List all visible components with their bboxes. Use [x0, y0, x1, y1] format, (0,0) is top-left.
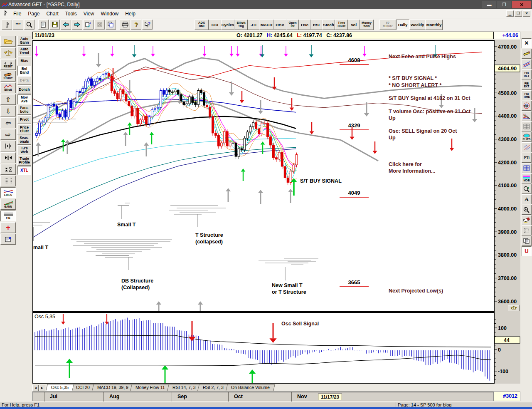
end-date-box[interactable]: 11/17/23 — [318, 394, 342, 400]
study-tool-bol-band[interactable]: BolBand — [17, 66, 31, 76]
print-icon[interactable] — [120, 20, 130, 30]
pti-icon[interactable]: PTI — [522, 153, 532, 163]
tab-on-balance-volume[interactable]: On Balance Volume — [226, 384, 275, 391]
nav-back-icon[interactable] — [61, 20, 71, 30]
menu-help[interactable]: Help — [122, 10, 139, 17]
toolbar-button-monthly[interactable]: Monthly — [425, 20, 443, 30]
study-tool-xtl[interactable]: XTL — [17, 166, 31, 175]
price-axis[interactable]: 3600.003700.003800.003900.004000.004100.… — [495, 40, 520, 312]
tab-scroll-left[interactable]: ◄ — [32, 385, 39, 391]
toolbar-button-vol[interactable]: Vol — [348, 20, 360, 30]
crosshair-icon[interactable]: + — [0, 222, 16, 233]
magnet-icon[interactable]: U — [522, 246, 532, 256]
fib-circle-icon[interactable]: FIB — [522, 101, 532, 111]
study-tool-trade-profile[interactable]: TradeProfile — [17, 156, 31, 166]
delete-page-icon[interactable] — [94, 20, 105, 30]
expand-horizontal-icon[interactable] — [0, 152, 16, 163]
study-tool-mov-ave[interactable]: MovAve — [17, 94, 31, 104]
zoom-data-icon[interactable]: 1 — [522, 184, 532, 194]
tab-rsi-2-7-3[interactable]: RSI 2, 7, 3 — [197, 384, 229, 391]
toolbar-button-60-minute[interactable]: 60Minute — [379, 20, 396, 30]
toolbar-button-time-clust[interactable]: TimeClust — [335, 20, 348, 30]
page-flip-icon[interactable] — [83, 20, 94, 30]
fib-retracement-icon[interactable]: FIBRET — [522, 69, 532, 79]
pencil-icon[interactable] — [522, 49, 532, 59]
study-tool-price-clust[interactable]: PriceClust — [17, 124, 31, 134]
notes-icon[interactable] — [0, 234, 16, 245]
toolbar-button-jti[interactable]: JTI — [248, 20, 259, 30]
study-tool-auto-trend[interactable]: AutoTrend — [17, 46, 31, 56]
ellipse-icon[interactable]: ELiPS — [522, 132, 532, 142]
arrow-down-icon[interactable]: ⇩ — [0, 106, 16, 117]
mdi-close-button[interactable]: ✕ — [523, 10, 530, 17]
main-chart-svg[interactable]: 4608432940493665Next Echo and Pulse High… — [33, 41, 494, 311]
mob-icon[interactable]: MOB — [522, 174, 532, 183]
text-tool-icon[interactable]: A — [522, 194, 532, 204]
expand-view-icon[interactable] — [522, 226, 532, 235]
minimize-button[interactable]: ▬ — [482, 1, 496, 8]
menu-view[interactable]: View — [80, 10, 98, 17]
toolbar-button-macd[interactable]: MACD — [259, 20, 273, 30]
tab-rsi-14-7-3[interactable]: RSI 14, 7, 3 — [167, 384, 201, 391]
toolbar-button-cycles[interactable]: Cycles — [221, 20, 234, 30]
fib-icon[interactable]: FIB — [0, 211, 16, 221]
toolbar-button-money-flow[interactable]: Moneyflow — [360, 20, 374, 30]
tab-osc-5-35[interactable]: Osc 5,35 — [46, 384, 74, 391]
elliott-icon[interactable]: Elliott — [0, 82, 16, 93]
toolbar-button-rsi[interactable]: RSI — [310, 20, 322, 30]
arrow-left-icon[interactable]: ⇦ — [0, 117, 16, 128]
nav-forward-icon[interactable] — [72, 20, 82, 30]
hatch-lines-icon[interactable] — [522, 142, 532, 152]
tab-money-flow-11[interactable]: Money Flow 11 — [130, 384, 170, 391]
magnifier-icon[interactable] — [24, 20, 34, 30]
menu-tools[interactable]: Tools — [62, 10, 80, 17]
mdi-restore-button[interactable]: ❐ — [515, 10, 522, 17]
tab-macd-19-39-9[interactable]: MACD 19, 39, 9 — [92, 384, 134, 391]
open-folder-icon[interactable] — [0, 36, 16, 47]
toolbar-button-open-int[interactable]: OpenInt — [286, 20, 299, 30]
tab-cci-20[interactable]: CCI 20 — [71, 384, 95, 391]
grid-dots-icon[interactable] — [0, 176, 16, 186]
toolbar-button-elliott-trig[interactable]: ElliottTrig — [234, 20, 248, 30]
fib-extension-icon[interactable]: FIBEXT — [522, 80, 532, 90]
quotes-icon[interactable]: ”” — [13, 20, 23, 30]
lines-icon[interactable]: LINES — [0, 187, 16, 198]
context-help-icon[interactable]: ? — [142, 20, 153, 30]
mdi-minimize-button[interactable]: ▁ — [506, 10, 514, 17]
toolbar-button-weekly[interactable]: Weekly — [409, 20, 425, 30]
study-tool-delta[interactable]: Delta — [17, 76, 31, 85]
restore-button[interactable]: ❐ — [497, 1, 511, 8]
copy-pages-icon[interactable] — [522, 236, 532, 246]
study-tool-pivot[interactable]: Pivot — [17, 115, 31, 124]
toolbar-button-adx-dmi[interactable]: ADXDMI — [195, 20, 209, 30]
grid-icon[interactable] — [522, 121, 532, 131]
study-tool-donch[interactable]: Donch — [17, 85, 31, 94]
child-window-icon[interactable] — [2, 10, 7, 17]
bar-spacing-icon[interactable] — [0, 141, 16, 151]
study-icon[interactable]: STUDY — [0, 71, 16, 82]
parallel-lines-icon[interactable] — [522, 59, 532, 69]
toolbar-button-stoch[interactable]: Stoch — [322, 20, 335, 30]
oscillator-svg[interactable]: Osc 5,35Osc Sell Signal — [33, 313, 494, 383]
toolbar-button-daily[interactable]: Daily — [396, 20, 409, 30]
pin-icon[interactable] — [2, 20, 12, 30]
grid-blue-icon[interactable] — [522, 163, 532, 173]
tab-scroll-right[interactable]: ► — [39, 385, 45, 391]
copy-window-icon[interactable] — [106, 20, 116, 30]
oscillator-panel[interactable]: Osc 5,35Osc Sell Signal — [32, 312, 495, 384]
fib-time-icon[interactable]: FIBTIME — [522, 90, 532, 100]
eraser-icon[interactable] — [522, 215, 532, 225]
help-icon[interactable]: ? — [131, 20, 141, 30]
scales-icon[interactable] — [0, 47, 16, 58]
study-tool-bias[interactable]: Bias — [17, 57, 31, 65]
menu-page[interactable]: Page — [25, 10, 43, 17]
study-tool-auto-gann[interactable]: AutoGann — [17, 36, 31, 46]
oscillator-axis[interactable]: -100010044 — [495, 312, 520, 384]
zoom-in-icon[interactable] — [522, 205, 532, 215]
arrow-right-icon[interactable]: ⇨ — [0, 129, 16, 140]
toolbar-button-osc[interactable]: Osc — [299, 20, 310, 30]
arrow-up-icon[interactable]: ⇧ — [0, 94, 16, 105]
menu-chart[interactable]: Chart — [43, 10, 62, 17]
close-tools-icon[interactable]: ✕ — [522, 38, 532, 48]
menu-window[interactable]: Window — [98, 10, 122, 17]
